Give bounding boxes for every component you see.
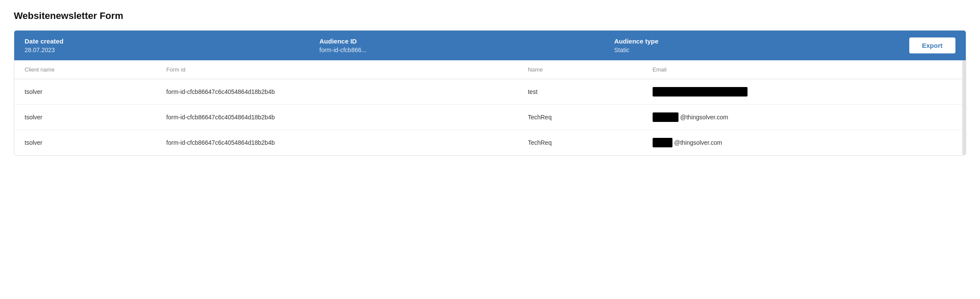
cell-client-name: tsolver [14, 105, 156, 130]
cell-form-id: form-id-cfcb86647c6c4054864d18b2b4b [156, 105, 518, 130]
cell-form-id: form-id-cfcb86647c6c4054864d18b2b4b [156, 130, 518, 156]
audience-type-value: Static [614, 47, 909, 53]
table-row: tsolver form-id-cfcb86647c6c4054864d18b2… [14, 105, 966, 130]
date-created-value: 28.07.2023 [25, 47, 320, 53]
header-bar: Date created 28.07.2023 Audience ID form… [14, 31, 966, 60]
table-body: tsolver form-id-cfcb86647c6c4054864d18b2… [14, 79, 966, 156]
cell-form-id: form-id-cfcb86647c6c4054864d18b2b4b [156, 79, 518, 105]
date-created-label: Date created [25, 37, 320, 45]
col-name: Name [518, 60, 642, 79]
table-container: Client name Form id Name Email tsolver f… [14, 60, 966, 155]
col-form-id: Form id [156, 60, 518, 79]
data-table: Client name Form id Name Email tsolver f… [14, 60, 966, 155]
email-content: @thingsolver.com [653, 112, 955, 122]
audience-type-field: Audience type Static [614, 37, 909, 53]
table-row: tsolver form-id-cfcb86647c6c4054864d18b2… [14, 79, 966, 105]
main-card: Date created 28.07.2023 Audience ID form… [14, 30, 966, 156]
table-row: tsolver form-id-cfcb86647c6c4054864d18b2… [14, 130, 966, 156]
audience-type-label: Audience type [614, 37, 909, 45]
audience-id-field: Audience ID form-id-cfcb866... [320, 37, 615, 53]
redacted-email-bar [653, 112, 678, 122]
export-button[interactable]: Export [909, 37, 956, 53]
email-suffix: @thingsolver.com [680, 114, 728, 121]
audience-id-label: Audience ID [320, 37, 615, 45]
email-content: @thingsolver.com [653, 138, 955, 147]
table-header: Client name Form id Name Email [14, 60, 966, 79]
col-client-name: Client name [14, 60, 156, 79]
cell-name: test [518, 79, 642, 105]
page-title: Websitenewsletter Form [14, 10, 966, 22]
cell-client-name: tsolver [14, 130, 156, 156]
col-email: Email [642, 60, 966, 79]
email-content [653, 87, 955, 97]
email-suffix: @thingsolver.com [674, 139, 722, 146]
table-wrapper: Client name Form id Name Email tsolver f… [14, 60, 966, 155]
cell-client-name: tsolver [14, 79, 156, 105]
audience-id-value: form-id-cfcb866... [320, 47, 615, 53]
cell-name: TechReq [518, 105, 642, 130]
cell-email: @thingsolver.com [642, 130, 966, 156]
cell-name: TechReq [518, 130, 642, 156]
cell-email [642, 79, 966, 105]
date-created-field: Date created 28.07.2023 [25, 37, 320, 53]
redacted-email-bar [653, 138, 672, 147]
cell-email: @thingsolver.com [642, 105, 966, 130]
redacted-email-bar [653, 87, 748, 97]
